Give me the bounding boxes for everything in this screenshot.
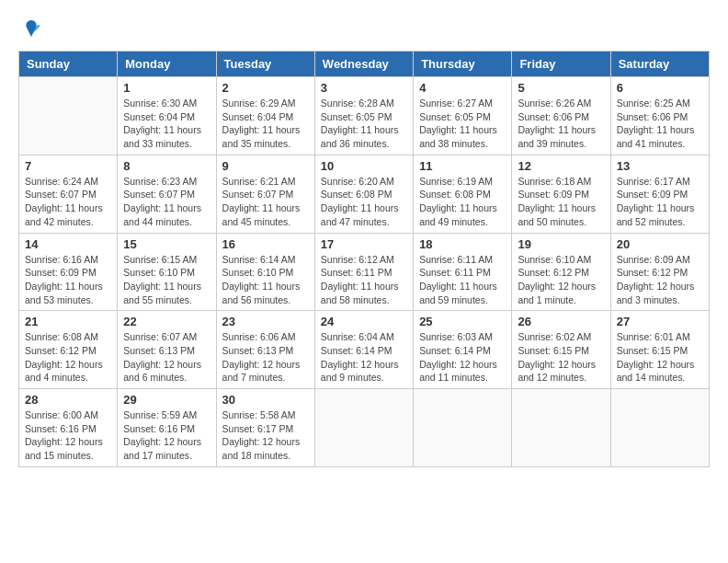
day-info: Sunrise: 6:30 AM Sunset: 6:04 PM Dayligh… [123,97,210,151]
calendar-cell: 24Sunrise: 6:04 AM Sunset: 6:14 PM Dayli… [314,311,413,389]
column-header-friday: Friday [512,52,610,77]
day-number: 23 [222,315,309,328]
calendar-cell [610,389,709,467]
calendar-cell: 22Sunrise: 6:07 AM Sunset: 6:13 PM Dayli… [118,311,216,389]
day-info: Sunrise: 6:03 AM Sunset: 6:14 PM Dayligh… [419,330,506,385]
day-number: 24 [321,315,407,328]
column-header-thursday: Thursday [414,52,512,77]
calendar-header-row: SundayMondayTuesdayWednesdayThursdayFrid… [19,52,710,77]
day-number: 19 [518,237,604,251]
day-info: Sunrise: 6:18 AM Sunset: 6:09 PM Dayligh… [518,175,604,229]
calendar-cell: 27Sunrise: 6:01 AM Sunset: 6:15 PM Dayli… [610,311,709,389]
calendar-cell: 13Sunrise: 6:17 AM Sunset: 6:09 PM Dayli… [610,155,709,233]
day-number: 15 [123,237,210,251]
calendar-cell: 4Sunrise: 6:27 AM Sunset: 6:05 PM Daylig… [414,77,512,155]
day-number: 29 [123,393,210,407]
calendar-cell: 6Sunrise: 6:25 AM Sunset: 6:06 PM Daylig… [610,77,709,155]
day-number: 10 [321,159,407,173]
day-info: Sunrise: 6:04 AM Sunset: 6:14 PM Dayligh… [321,330,407,385]
calendar-cell: 17Sunrise: 6:12 AM Sunset: 6:11 PM Dayli… [314,233,413,311]
day-number: 20 [617,237,703,251]
day-number: 25 [419,315,506,328]
day-number: 27 [617,315,703,328]
calendar-cell: 28Sunrise: 6:00 AM Sunset: 6:16 PM Dayli… [19,389,118,467]
day-number: 6 [617,81,703,95]
calendar-cell: 11Sunrise: 6:19 AM Sunset: 6:08 PM Dayli… [414,155,512,233]
day-info: Sunrise: 6:17 AM Sunset: 6:09 PM Dayligh… [617,175,703,229]
day-info: Sunrise: 6:27 AM Sunset: 6:05 PM Dayligh… [419,97,506,151]
day-info: Sunrise: 6:29 AM Sunset: 6:04 PM Dayligh… [222,97,309,151]
day-info: Sunrise: 6:23 AM Sunset: 6:07 PM Dayligh… [123,175,210,229]
day-number: 4 [419,81,506,95]
day-info: Sunrise: 6:07 AM Sunset: 6:13 PM Dayligh… [123,330,210,385]
day-info: Sunrise: 6:00 AM Sunset: 6:16 PM Dayligh… [25,408,111,463]
day-number: 7 [25,159,111,173]
day-info: Sunrise: 6:11 AM Sunset: 6:11 PM Dayligh… [419,253,506,307]
day-number: 28 [25,393,111,407]
column-header-monday: Monday [118,52,216,77]
calendar-cell: 20Sunrise: 6:09 AM Sunset: 6:12 PM Dayli… [610,233,709,311]
day-info: Sunrise: 6:19 AM Sunset: 6:08 PM Dayligh… [419,175,506,229]
day-number: 1 [123,81,210,95]
day-number: 30 [222,393,309,407]
day-info: Sunrise: 6:28 AM Sunset: 6:05 PM Dayligh… [321,97,407,151]
logo-text [18,18,42,45]
calendar-cell: 26Sunrise: 6:02 AM Sunset: 6:15 PM Dayli… [512,311,610,389]
day-number: 9 [222,159,309,173]
calendar-cell: 16Sunrise: 6:14 AM Sunset: 6:10 PM Dayli… [216,233,314,311]
day-number: 11 [419,159,506,173]
day-number: 21 [25,315,111,328]
calendar-cell: 7Sunrise: 6:24 AM Sunset: 6:07 PM Daylig… [19,155,118,233]
day-info: Sunrise: 6:15 AM Sunset: 6:10 PM Dayligh… [123,253,210,307]
calendar-cell: 14Sunrise: 6:16 AM Sunset: 6:09 PM Dayli… [19,233,118,311]
column-header-wednesday: Wednesday [314,52,413,77]
calendar-week-row: 21Sunrise: 6:08 AM Sunset: 6:12 PM Dayli… [19,311,710,389]
calendar-cell: 29Sunrise: 5:59 AM Sunset: 6:16 PM Dayli… [118,389,216,467]
page-header [18,18,710,45]
calendar-cell: 19Sunrise: 6:10 AM Sunset: 6:12 PM Dayli… [512,233,610,311]
day-number: 18 [419,237,506,251]
day-info: Sunrise: 6:25 AM Sunset: 6:06 PM Dayligh… [617,97,703,151]
calendar-cell [314,389,413,467]
calendar-cell: 5Sunrise: 6:26 AM Sunset: 6:06 PM Daylig… [512,77,610,155]
calendar-cell: 12Sunrise: 6:18 AM Sunset: 6:09 PM Dayli… [512,155,610,233]
calendar-cell: 21Sunrise: 6:08 AM Sunset: 6:12 PM Dayli… [19,311,118,389]
logo [18,18,42,45]
calendar-cell: 3Sunrise: 6:28 AM Sunset: 6:05 PM Daylig… [314,77,413,155]
calendar-cell: 10Sunrise: 6:20 AM Sunset: 6:08 PM Dayli… [314,155,413,233]
day-number: 16 [222,237,309,251]
calendar-cell [19,77,118,155]
day-info: Sunrise: 6:14 AM Sunset: 6:10 PM Dayligh… [222,253,309,307]
day-info: Sunrise: 5:58 AM Sunset: 6:17 PM Dayligh… [222,408,309,463]
calendar-week-row: 28Sunrise: 6:00 AM Sunset: 6:16 PM Dayli… [19,389,710,467]
calendar-cell [512,389,610,467]
calendar-cell: 8Sunrise: 6:23 AM Sunset: 6:07 PM Daylig… [118,155,216,233]
day-number: 26 [518,315,604,328]
day-info: Sunrise: 6:24 AM Sunset: 6:07 PM Dayligh… [25,175,111,229]
logo-icon [20,18,42,40]
calendar-week-row: 1Sunrise: 6:30 AM Sunset: 6:04 PM Daylig… [19,77,710,155]
day-info: Sunrise: 6:16 AM Sunset: 6:09 PM Dayligh… [25,253,111,307]
calendar-cell: 30Sunrise: 5:58 AM Sunset: 6:17 PM Dayli… [216,389,314,467]
day-number: 22 [123,315,210,328]
calendar-cell: 18Sunrise: 6:11 AM Sunset: 6:11 PM Dayli… [414,233,512,311]
column-header-sunday: Sunday [19,52,118,77]
calendar-cell: 25Sunrise: 6:03 AM Sunset: 6:14 PM Dayli… [414,311,512,389]
day-info: Sunrise: 6:02 AM Sunset: 6:15 PM Dayligh… [518,330,604,385]
day-info: Sunrise: 6:10 AM Sunset: 6:12 PM Dayligh… [518,253,604,307]
day-number: 8 [123,159,210,173]
day-info: Sunrise: 6:08 AM Sunset: 6:12 PM Dayligh… [25,330,111,385]
day-number: 17 [321,237,407,251]
calendar-cell: 9Sunrise: 6:21 AM Sunset: 6:07 PM Daylig… [216,155,314,233]
calendar-table: SundayMondayTuesdayWednesdayThursdayFrid… [18,51,710,467]
calendar-cell: 1Sunrise: 6:30 AM Sunset: 6:04 PM Daylig… [118,77,216,155]
day-number: 14 [25,237,111,251]
calendar-cell: 15Sunrise: 6:15 AM Sunset: 6:10 PM Dayli… [118,233,216,311]
column-header-tuesday: Tuesday [216,52,314,77]
calendar-week-row: 14Sunrise: 6:16 AM Sunset: 6:09 PM Dayli… [19,233,710,311]
day-info: Sunrise: 5:59 AM Sunset: 6:16 PM Dayligh… [123,408,210,463]
day-info: Sunrise: 6:26 AM Sunset: 6:06 PM Dayligh… [518,97,604,151]
column-header-saturday: Saturday [610,52,709,77]
day-info: Sunrise: 6:09 AM Sunset: 6:12 PM Dayligh… [617,253,703,307]
day-number: 5 [518,81,604,95]
